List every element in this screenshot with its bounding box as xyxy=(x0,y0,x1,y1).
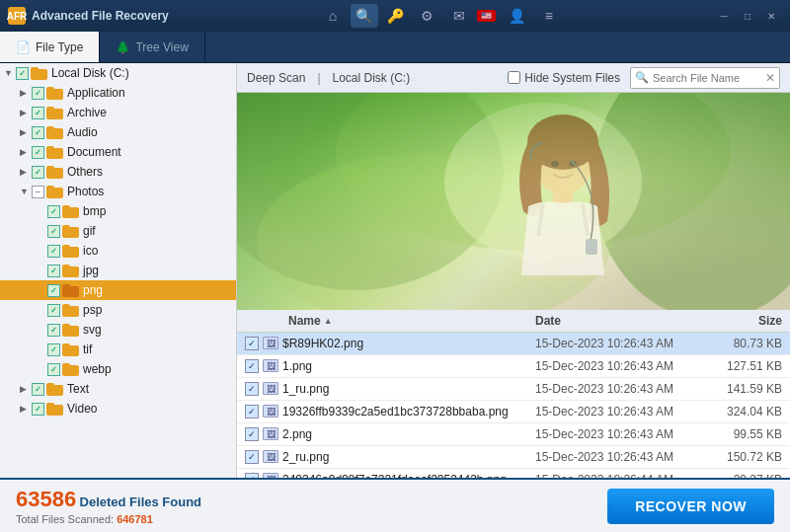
tree-checkbox[interactable] xyxy=(16,67,29,80)
file-size: 80.73 KB xyxy=(703,337,782,350)
tree-checkbox[interactable] xyxy=(47,225,60,238)
found-text: 63586 Deleted Files Found Total Files Sc… xyxy=(16,487,201,525)
sort-arrow-icon: ▲ xyxy=(324,316,333,326)
tree-item-label: psp xyxy=(83,303,102,317)
file-name: 1.png xyxy=(282,359,535,373)
email-nav-btn[interactable]: ✉ xyxy=(445,4,473,28)
tab-filetype[interactable]: 📄 File Type xyxy=(0,32,100,62)
sidebar-item-others[interactable]: ▶Others xyxy=(0,162,236,182)
file-type-icon: 🖼 xyxy=(263,450,278,464)
hide-sys-checkbox[interactable] xyxy=(508,71,520,84)
tree-item-label: Text xyxy=(67,382,89,396)
file-checkbox[interactable]: ✓ xyxy=(245,427,259,441)
sidebar-item-bmp[interactable]: bmp xyxy=(0,201,236,221)
title-bar: AFR Advanced File Recovery ⌂ 🔍 🔑 ⚙ ✉ 🇺🇸 … xyxy=(0,0,790,32)
tree-item-label: Local Disk (C:) xyxy=(51,66,129,80)
tree-item-label: png xyxy=(83,283,103,297)
treeview-icon: 🌲 xyxy=(116,40,130,54)
tab-row: 📄 File Type 🌲 Tree View xyxy=(0,32,790,63)
tree-checkbox[interactable] xyxy=(47,245,60,258)
menu-nav-btn[interactable]: ≡ xyxy=(535,4,563,28)
file-list: Name ▲ Date Size ✓🖼$R89HK02.png15-Dec-20… xyxy=(237,310,790,478)
tree-checkbox[interactable] xyxy=(47,265,60,277)
tab-treeview[interactable]: 🌲 Tree View xyxy=(100,32,204,62)
header-name[interactable]: Name ▲ xyxy=(288,314,535,328)
tree-checkbox[interactable] xyxy=(47,304,60,317)
sidebar-item-png[interactable]: png xyxy=(0,280,236,300)
sidebar-item-webp[interactable]: webp xyxy=(0,359,236,379)
tree-checkbox[interactable] xyxy=(47,363,60,376)
tree-checkbox[interactable] xyxy=(32,87,44,100)
sidebar-item-jpg[interactable]: jpg xyxy=(0,261,236,280)
file-checkbox[interactable]: ✓ xyxy=(245,359,259,373)
tree-checkbox[interactable] xyxy=(32,403,44,416)
right-toolbar: Deep Scan | Local Disk (C:) Hide System … xyxy=(237,63,790,93)
file-checkbox[interactable]: ✓ xyxy=(245,450,259,464)
title-bar-left: AFR Advanced File Recovery xyxy=(8,7,169,25)
tree-checkbox[interactable] xyxy=(47,284,60,297)
tree-item-label: jpg xyxy=(83,264,99,277)
tree-checkbox[interactable] xyxy=(47,324,60,337)
scanned-text: Total Files Scanned: 646781 xyxy=(16,513,201,525)
scanned-count: 646781 xyxy=(117,513,153,525)
sidebar-item-psp[interactable]: psp xyxy=(0,300,236,320)
maximize-btn[interactable]: □ xyxy=(737,7,758,25)
table-row[interactable]: ✓🖼2_ru.png15-Dec-2023 10:26:43 AM150.72 … xyxy=(237,446,790,469)
sidebar-item-photos[interactable]: ▼Photos xyxy=(0,182,236,201)
close-btn[interactable]: ✕ xyxy=(760,7,782,25)
app-icon: AFR xyxy=(8,7,26,25)
account-nav-btn[interactable]: 👤 xyxy=(504,4,531,28)
table-row[interactable]: ✓🖼240346a9d89f7e7231fdaeaf2052442b.png15… xyxy=(237,469,790,478)
expand-arrow-icon: ▶ xyxy=(20,108,32,117)
tree-checkbox[interactable] xyxy=(32,146,44,159)
tree-item-label: ico xyxy=(83,244,98,258)
home-nav-btn[interactable]: ⌂ xyxy=(319,4,347,28)
header-size[interactable]: Size xyxy=(703,314,782,328)
sidebar-item-video[interactable]: ▶Video xyxy=(0,399,236,418)
file-size: 324.04 KB xyxy=(703,405,782,418)
tree-checkbox[interactable] xyxy=(32,166,44,179)
sidebar-item-ico[interactable]: ico xyxy=(0,241,236,261)
sidebar-item-gif[interactable]: gif xyxy=(0,221,236,241)
header-date[interactable]: Date xyxy=(535,314,703,328)
table-row[interactable]: ✓🖼$R89HK02.png15-Dec-2023 10:26:43 AM80.… xyxy=(237,333,790,355)
sidebar: ▼Local Disk (C:)▶Application▶Archive▶Aud… xyxy=(0,63,237,478)
nav-buttons: ⌂ 🔍 🔑 ⚙ ✉ 🇺🇸 👤 ≡ xyxy=(319,4,563,28)
expand-arrow-icon: ▶ xyxy=(20,88,32,98)
file-checkbox[interactable]: ✓ xyxy=(245,382,259,396)
search-clear-btn[interactable]: ✕ xyxy=(765,71,775,85)
table-row[interactable]: ✓🖼1_ru.png15-Dec-2023 10:26:43 AM141.59 … xyxy=(237,378,790,401)
key-nav-btn[interactable]: 🔑 xyxy=(382,4,410,28)
table-row[interactable]: ✓🖼1.png15-Dec-2023 10:26:43 AM127.51 KB xyxy=(237,355,790,378)
table-row[interactable]: ✓🖼19326ffb9339c2a5ed1bc373728bbaba.png15… xyxy=(237,401,790,423)
sidebar-item-local-c[interactable]: ▼Local Disk (C:) xyxy=(0,63,236,83)
tree-item-label: svg xyxy=(83,323,102,337)
flag-btn[interactable]: 🇺🇸 xyxy=(477,10,496,22)
tree-checkbox[interactable] xyxy=(47,205,60,218)
sidebar-item-document[interactable]: ▶Document xyxy=(0,142,236,162)
tree-item-label: gif xyxy=(83,224,96,238)
sidebar-item-archive[interactable]: ▶Archive xyxy=(0,103,236,122)
sidebar-item-application[interactable]: ▶Application xyxy=(0,83,236,103)
minimize-btn[interactable]: ─ xyxy=(713,7,735,25)
sidebar-item-text[interactable]: ▶Text xyxy=(0,379,236,399)
expand-arrow-icon: ▶ xyxy=(20,384,32,394)
file-checkbox[interactable]: ✓ xyxy=(245,337,259,350)
file-date: 15-Dec-2023 10:26:43 AM xyxy=(535,427,703,441)
search-input[interactable] xyxy=(653,72,761,84)
hide-sys-files-label[interactable]: Hide System Files xyxy=(508,71,620,85)
settings-nav-btn[interactable]: ⚙ xyxy=(414,4,441,28)
tree-checkbox[interactable] xyxy=(32,126,44,139)
scan-nav-btn[interactable]: 🔍 xyxy=(351,4,378,28)
sidebar-item-svg[interactable]: svg xyxy=(0,320,236,340)
sidebar-item-tif[interactable]: tif xyxy=(0,340,236,359)
sidebar-item-audio[interactable]: ▶Audio xyxy=(0,122,236,142)
tree-checkbox[interactable] xyxy=(32,186,44,198)
file-checkbox[interactable]: ✓ xyxy=(245,405,259,418)
recover-now-button[interactable]: RECOVER NOW xyxy=(607,489,774,524)
tree-checkbox[interactable] xyxy=(32,383,44,396)
tree-checkbox[interactable] xyxy=(47,343,60,356)
table-row[interactable]: ✓🖼2.png15-Dec-2023 10:26:43 AM99.55 KB xyxy=(237,423,790,446)
tree-item-label: Audio xyxy=(67,125,98,139)
tree-checkbox[interactable] xyxy=(32,107,44,119)
